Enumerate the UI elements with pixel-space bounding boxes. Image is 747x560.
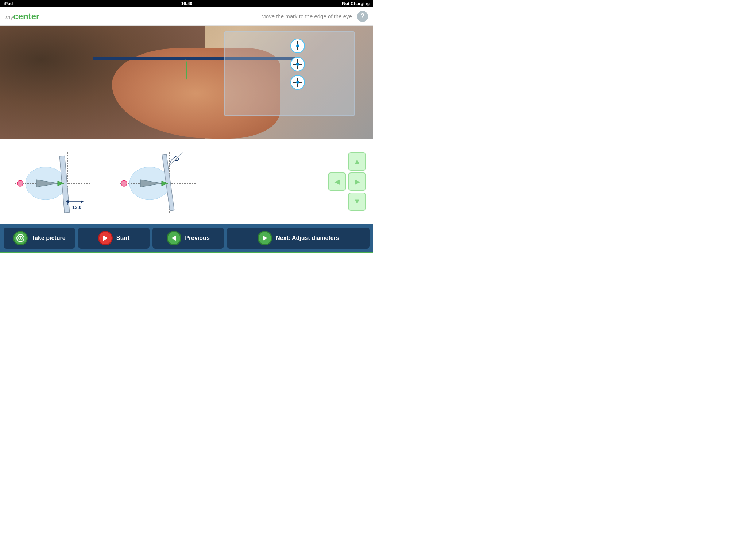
nav-arrows-container: ▲ ◀ ▶ ▼ (328, 152, 366, 211)
next-icon (258, 231, 272, 245)
angle-value: 4° (175, 157, 179, 163)
eye-mark (183, 59, 187, 81)
progress-bar (0, 252, 374, 253)
measurement-value: 12.0 (72, 205, 81, 210)
take-picture-label: Take picture (31, 235, 65, 241)
svg-line-17 (170, 152, 182, 165)
previous-icon (167, 231, 181, 245)
logo-my: my (5, 14, 13, 21)
next-svg (261, 234, 269, 242)
previous-label: Previous (185, 235, 210, 241)
crosshair-center-2 (296, 63, 299, 66)
nav-right-button[interactable]: ▶ (348, 172, 366, 191)
svg-marker-24 (263, 236, 267, 241)
main-image-area (0, 26, 374, 139)
battery-status: Not Charging (342, 1, 370, 6)
diagram-top-view: 4° (113, 145, 204, 218)
right-arrow-icon: ▶ (355, 177, 360, 186)
crosshair-3[interactable] (290, 75, 305, 90)
camera-icon (13, 231, 28, 245)
time-display: 16:40 (181, 1, 193, 6)
toolbar: Take picture Start Previous Next: Adjust… (0, 224, 374, 252)
svg-marker-23 (171, 236, 176, 241)
nav-up-button[interactable]: ▲ (348, 152, 366, 171)
next-label: Next: Adjust diameters (276, 235, 339, 241)
start-svg (101, 234, 109, 242)
down-arrow-icon: ▼ (353, 197, 361, 206)
next-button[interactable]: Next: Adjust diameters (227, 228, 370, 249)
header-right: Move the mark to the edge of the eye. ? (261, 11, 368, 22)
camera-svg (16, 234, 24, 242)
instruction-text: Move the mark to the edge of the eye. (261, 13, 353, 19)
svg-point-20 (20, 237, 21, 239)
up-arrow-icon: ▲ (353, 157, 361, 166)
svg-rect-22 (103, 236, 104, 241)
nav-down-button[interactable]: ▼ (348, 192, 366, 211)
measurement-device (224, 31, 355, 116)
app-header: my center Move the mark to the edge of t… (0, 7, 374, 26)
status-bar: iPad 16:40 Not Charging (0, 0, 374, 7)
nav-left-button[interactable]: ◀ (328, 172, 346, 191)
crosshair-center-3 (296, 81, 299, 84)
left-arrow-icon: ◀ (334, 177, 340, 186)
start-label: Start (116, 235, 129, 241)
crosshair-1[interactable] (290, 39, 305, 53)
device-name: iPad (4, 1, 13, 6)
previous-svg (170, 234, 178, 242)
app-logo: my center (5, 11, 39, 22)
svg-point-6 (17, 180, 23, 186)
help-button[interactable]: ? (357, 11, 368, 22)
svg-point-16 (121, 180, 127, 186)
diagram-side-view: 12.0 (7, 145, 98, 218)
crosshair-2[interactable] (290, 57, 305, 71)
previous-button[interactable]: Previous (152, 228, 224, 249)
crosshair-center-1 (296, 44, 299, 47)
help-icon: ? (361, 12, 365, 20)
take-picture-button[interactable]: Take picture (4, 228, 75, 249)
diagram-area: 12.0 (0, 139, 374, 224)
face-area (0, 26, 374, 139)
logo-center: center (13, 11, 39, 22)
start-icon (98, 231, 113, 245)
start-button[interactable]: Start (78, 228, 150, 249)
diagram-container: 12.0 (7, 145, 366, 218)
